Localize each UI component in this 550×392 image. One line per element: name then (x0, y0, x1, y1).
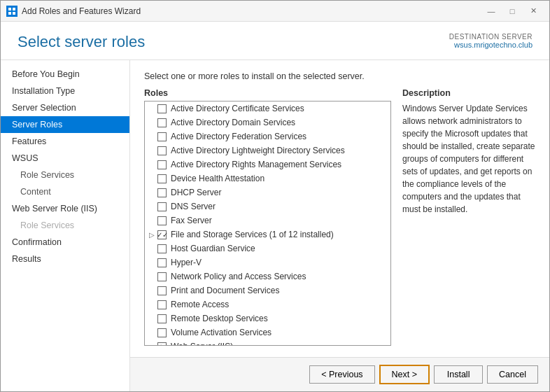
expand-icon: ▷ (149, 231, 156, 239)
role-checkbox[interactable] (157, 160, 167, 169)
role-checkbox[interactable] (157, 118, 167, 127)
destination-value: wsus.mrigotechno.club (449, 41, 533, 49)
role-label: DNS Server (171, 202, 216, 211)
main-body: Before You BeginInstallation TypeServer … (1, 60, 549, 391)
role-label: Active Directory Federation Services (171, 132, 306, 141)
sidebar-item-role-services-iis: Role Services (1, 217, 129, 234)
roles-list-container: Roles Active Directory Certificate Servi… (144, 88, 391, 346)
roles-label: Roles (144, 88, 391, 98)
install-button[interactable]: Install (434, 365, 483, 384)
sidebar-item-content[interactable]: Content (1, 183, 129, 200)
role-item-dns[interactable]: DNS Server (145, 200, 390, 214)
role-label: Fax Server (171, 216, 212, 225)
right-content: Select one or more roles to install on t… (130, 60, 549, 391)
cancel-button[interactable]: Cancel (487, 365, 538, 384)
role-label: Network Policy and Access Services (171, 272, 306, 281)
role-checkbox[interactable] (157, 328, 167, 337)
wizard-window: Add Roles and Features Wizard — □ ✕ Sele… (0, 0, 550, 392)
role-item-network-policy[interactable]: Network Policy and Access Services (145, 270, 390, 284)
role-checkbox[interactable]: ✓ (157, 342, 167, 346)
role-checkbox[interactable] (157, 244, 167, 253)
sidebar-item-web-server-role: Web Server Role (IIS) (1, 200, 129, 217)
role-item-remote-desktop[interactable]: Remote Desktop Services (145, 312, 390, 326)
role-item-fax[interactable]: Fax Server (145, 214, 390, 227)
instruction-text: Select one or more roles to install on t… (144, 71, 535, 81)
minimize-button[interactable]: — (481, 4, 502, 18)
page-header: Select server roles DESTINATION SERVER w… (1, 22, 549, 60)
sidebar-item-role-services[interactable]: Role Services (1, 167, 129, 183)
role-label: Active Directory Rights Management Servi… (171, 160, 341, 169)
titlebar: Add Roles and Features Wizard — □ ✕ (1, 1, 549, 22)
svg-rect-0 (8, 8, 11, 10)
role-label: Web Server (IIS) (171, 342, 233, 346)
svg-rect-2 (8, 12, 11, 15)
role-checkbox[interactable] (157, 132, 167, 141)
role-item-ad-rights[interactable]: Active Directory Rights Management Servi… (145, 158, 390, 172)
page-title: Select server roles (17, 33, 145, 51)
destination-server-info: DESTINATION SERVER wsus.mrigotechno.club (449, 33, 533, 49)
roles-list[interactable]: Active Directory Certificate ServicesAct… (144, 101, 391, 346)
svg-rect-1 (13, 8, 15, 10)
sidebar-item-wsus[interactable]: WSUS (1, 150, 129, 167)
role-label: Host Guardian Service (171, 244, 255, 253)
role-label: Active Directory Certificate Services (171, 104, 304, 113)
role-checkbox[interactable] (157, 216, 167, 225)
role-label: Active Directory Domain Services (171, 118, 295, 127)
description-text: Windows Server Update Services allows ne… (402, 102, 535, 216)
role-label: DHCP Server (171, 188, 221, 197)
sidebar-item-results: Results (1, 251, 129, 267)
role-item-ad-lightweight[interactable]: Active Directory Lightweight Directory S… (145, 144, 390, 158)
sidebar-item-server-selection[interactable]: Server Selection (1, 99, 129, 116)
role-item-hyper-v[interactable]: Hyper-V (145, 255, 390, 270)
sidebar-item-server-roles[interactable]: Server Roles (1, 116, 129, 133)
role-checkbox[interactable] (157, 286, 167, 295)
role-checkbox[interactable] (157, 174, 167, 183)
role-label: Device Health Attestation (171, 174, 265, 183)
role-item-ad-domain[interactable]: Active Directory Domain Services (145, 115, 390, 130)
description-label: Description (402, 88, 535, 98)
svg-rect-3 (13, 12, 15, 15)
role-item-dhcp[interactable]: DHCP Server (145, 186, 390, 200)
role-item-host-guardian[interactable]: Host Guardian Service (145, 241, 390, 255)
role-item-ad-fed[interactable]: Active Directory Federation Services (145, 130, 390, 144)
maximize-button[interactable]: □ (502, 4, 523, 18)
next-button[interactable]: Next > (379, 365, 430, 384)
page-area: Select one or more roles to install on t… (130, 60, 549, 357)
role-label: Remote Desktop Services (171, 314, 268, 323)
role-checkbox[interactable] (157, 188, 167, 197)
role-label: Active Directory Lightweight Directory S… (171, 146, 345, 155)
titlebar-controls: — □ ✕ (481, 4, 544, 18)
role-label: Remote Access (171, 300, 229, 309)
sidebar-item-confirmation: Confirmation (1, 234, 129, 251)
role-checkbox[interactable]: ✓ (157, 230, 167, 239)
role-checkbox[interactable] (157, 202, 167, 211)
role-item-web-server[interactable]: ✓Web Server (IIS) (145, 340, 390, 346)
role-item-volume-activation[interactable]: Volume Activation Services (145, 326, 390, 340)
role-item-device-health[interactable]: Device Health Attestation (145, 172, 390, 186)
sidebar-item-before-you-begin[interactable]: Before You Begin (1, 66, 129, 83)
role-checkbox[interactable] (157, 272, 167, 281)
role-item-remote-access[interactable]: Remote Access (145, 298, 390, 312)
close-button[interactable]: ✕ (523, 4, 544, 18)
role-label: Hyper-V (171, 258, 202, 267)
role-item-ad-cert[interactable]: Active Directory Certificate Services (145, 102, 390, 115)
role-label: File and Storage Services (1 of 12 insta… (171, 230, 334, 239)
sidebar: Before You BeginInstallation TypeServer … (1, 60, 130, 391)
roles-panel: Roles Active Directory Certificate Servi… (144, 88, 535, 346)
role-checkbox[interactable] (157, 258, 167, 267)
sidebar-item-features[interactable]: Features (1, 133, 129, 150)
previous-button[interactable]: < Previous (309, 365, 374, 384)
role-checkbox[interactable] (157, 314, 167, 323)
titlebar-title: Add Roles and Features Wizard (22, 6, 481, 16)
destination-label: DESTINATION SERVER (449, 33, 533, 41)
role-item-print-doc[interactable]: Print and Document Services (145, 284, 390, 298)
role-label: Print and Document Services (171, 286, 279, 295)
titlebar-icon (6, 6, 17, 17)
description-panel: Description Windows Server Update Servic… (402, 88, 535, 346)
sidebar-item-installation-type[interactable]: Installation Type (1, 83, 129, 99)
role-checkbox[interactable] (157, 146, 167, 155)
footer: < Previous Next > Install Cancel (130, 357, 549, 391)
role-item-file-storage[interactable]: ▷✓File and Storage Services (1 of 12 ins… (145, 227, 390, 241)
role-checkbox[interactable] (157, 104, 167, 113)
role-checkbox[interactable] (157, 300, 167, 309)
